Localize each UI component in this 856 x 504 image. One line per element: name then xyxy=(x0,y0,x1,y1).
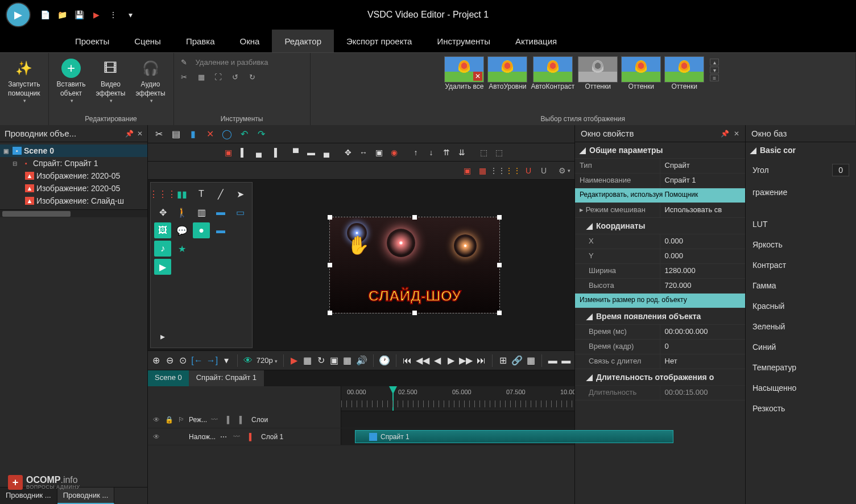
lock-track-icon[interactable]: 🔒 xyxy=(164,415,174,425)
align-2-icon[interactable]: ▄ xyxy=(252,146,266,159)
pin-icon[interactable]: 📌 xyxy=(125,130,134,138)
pointer-tool-icon[interactable]: ➤ xyxy=(231,186,249,202)
bp-angle[interactable]: Угол0 xyxy=(746,158,856,182)
loop-icon[interactable]: ↻ xyxy=(316,353,325,368)
actor-tool-icon[interactable]: 🚶 xyxy=(173,204,191,220)
tree-image-1[interactable]: ▲Изображение: 2020-05 xyxy=(0,182,147,195)
time-icon[interactable]: 🕐 xyxy=(379,353,390,368)
tl-dropdown-icon[interactable]: ▾ xyxy=(221,353,231,368)
tl-tab-scene[interactable]: Scene 0 xyxy=(148,370,189,386)
align-6-icon[interactable]: ▄ xyxy=(320,146,333,159)
prev-icon[interactable]: ◀◀ xyxy=(416,353,429,368)
chart-tool-icon[interactable]: ▮▮ xyxy=(173,186,191,202)
props-row-name[interactable]: НаименованиеСпрайт 1 xyxy=(575,173,745,188)
stop-icon[interactable]: ▦ xyxy=(303,353,312,368)
arrow-up-icon[interactable]: ↑ xyxy=(409,146,423,159)
collapse-tool-icon[interactable]: ▸ xyxy=(154,328,171,344)
grid-2-icon[interactable]: ⋮⋮ xyxy=(506,164,520,177)
bp-contrast[interactable]: Контраст xyxy=(746,255,856,275)
bubble-tool-icon[interactable]: 💬 xyxy=(173,222,191,238)
image-tool-icon[interactable]: 🖼 xyxy=(154,222,171,238)
props-row-link[interactable]: Связь с длителНет xyxy=(575,354,745,369)
bp-red[interactable]: Красный xyxy=(746,296,856,316)
align-5-icon[interactable]: ▬ xyxy=(304,146,318,159)
style-more-icon[interactable]: ≡ xyxy=(710,75,719,81)
zoom-in-icon[interactable]: ⊕ xyxy=(151,353,161,368)
props-row-time-frame[interactable]: Время (кадр)0 xyxy=(575,339,745,354)
gear-icon[interactable]: ⚙ xyxy=(557,164,571,177)
style-down-icon[interactable]: ▾ xyxy=(710,67,719,73)
props-row-width[interactable]: Ширина1280.000 xyxy=(575,263,745,278)
crop-tool-icon[interactable]: ⛶ xyxy=(213,71,224,82)
video-effects-button[interactable]: 🎞 Видео эффекты xyxy=(92,56,129,107)
app-logo[interactable] xyxy=(6,2,31,27)
resolution-label[interactable]: 720p xyxy=(257,356,278,365)
star-tool-icon[interactable]: ★ xyxy=(173,241,191,257)
menu-scenes[interactable]: Сцены xyxy=(122,30,173,52)
rotate-left-icon[interactable]: ↺ xyxy=(230,71,241,82)
menu-export[interactable]: Экспорт проекта xyxy=(334,30,424,52)
step-back-icon[interactable]: ◀ xyxy=(433,353,443,368)
bp-sharpness[interactable]: Резкость xyxy=(746,398,856,419)
line-tool-icon[interactable]: ╱ xyxy=(212,186,229,202)
props-row-time-ms[interactable]: Время (мс)00:00:00.000 xyxy=(575,324,745,339)
props-row-blend[interactable]: ▸ Режим смешиванИспользовать св xyxy=(575,203,745,217)
props-row-y[interactable]: Y0.000 xyxy=(575,249,745,263)
props-tool-icon[interactable]: ▦ xyxy=(196,71,207,82)
undo-icon[interactable]: ↶ xyxy=(237,127,251,142)
circle-icon[interactable]: ◯ xyxy=(220,127,234,142)
align-3-icon[interactable]: ▐ xyxy=(267,146,281,159)
rect2-tool-icon[interactable]: ▭ xyxy=(231,204,249,220)
qa-save-icon[interactable]: 💾 xyxy=(74,10,84,20)
bp-green[interactable]: Зеленый xyxy=(746,316,856,337)
wand-small-icon[interactable]: ✎ xyxy=(179,56,190,68)
first-icon[interactable]: ⏮ xyxy=(402,353,412,368)
scissors-icon[interactable]: ✂ xyxy=(151,127,166,142)
audio-tool-icon[interactable]: ♪ xyxy=(154,241,171,257)
barcode-tool-icon[interactable]: ▥ xyxy=(193,204,210,220)
style-autocontrast[interactable]: АвтоКонтраст xyxy=(531,56,574,90)
bracket-left-icon[interactable]: [← xyxy=(191,353,202,368)
bp-lut[interactable]: LUT xyxy=(746,214,856,234)
explorer-scrollbar[interactable] xyxy=(0,209,147,217)
menu-windows[interactable]: Окна xyxy=(228,30,272,52)
menu-activation[interactable]: Активация xyxy=(503,30,569,52)
play-tool-icon[interactable]: ▶ xyxy=(154,259,171,275)
eye-track-icon[interactable]: 👁 xyxy=(151,432,162,442)
wave-icon[interactable]: 〰 xyxy=(209,415,220,425)
arrow-bottom-icon[interactable]: ⇊ xyxy=(455,146,469,159)
bp-saturation[interactable]: Насыщенно xyxy=(746,378,856,398)
text-tool-icon[interactable]: T xyxy=(193,186,210,202)
menu-editor[interactable]: Редактор xyxy=(272,30,334,52)
last-icon[interactable]: ⏭ xyxy=(476,353,486,368)
u2-icon[interactable]: U xyxy=(537,164,551,177)
grid-1-icon[interactable]: ⋮⋮ xyxy=(491,164,504,177)
style-shades-3[interactable]: Оттенки xyxy=(664,56,704,90)
style-autolevels[interactable]: АвтоУровни xyxy=(487,56,527,90)
tree-sprite[interactable]: ⊟▪Спрайт: Спрайт 1 xyxy=(0,157,147,170)
zoom-out-icon[interactable]: ⊖ xyxy=(164,353,174,368)
next-icon[interactable]: ▶▶ xyxy=(459,353,473,368)
menu-projects[interactable]: Проекты xyxy=(63,30,122,52)
props-coords-head[interactable]: ◢Координаты xyxy=(575,218,745,234)
link-icon[interactable]: 🔗 xyxy=(511,353,523,368)
track-add-icon[interactable]: ▬ xyxy=(548,353,557,368)
snap-1-icon[interactable]: ▣ xyxy=(460,164,474,177)
layers-icon[interactable]: ▦ xyxy=(526,353,536,368)
bp-blue[interactable]: Синий xyxy=(746,337,856,357)
timeline-clip[interactable]: Спрайт 1 xyxy=(355,430,673,443)
props-row-x[interactable]: X0.000 xyxy=(575,234,745,249)
props-common-head[interactable]: ◢Общие параметры xyxy=(575,142,745,158)
arrow-top-icon[interactable]: ⇈ xyxy=(440,146,453,159)
menu-tools[interactable]: Инструменты xyxy=(424,30,503,52)
props-resize-parent[interactable]: Изменить размер по род. объекту xyxy=(575,293,745,308)
step-fwd-icon[interactable]: ▶ xyxy=(446,353,456,368)
ungroup-icon[interactable]: ⬚ xyxy=(492,146,506,159)
style-shades-2[interactable]: Оттенки xyxy=(621,56,661,90)
bracket-right-icon[interactable]: →] xyxy=(206,353,218,368)
props-row-height[interactable]: Высота720.000 xyxy=(575,278,745,293)
bp-brightness[interactable]: Яркость xyxy=(746,234,856,255)
props-edit-wizard[interactable]: Редактировать, используя Помощник xyxy=(575,188,745,203)
volume-icon[interactable]: 🔊 xyxy=(356,353,367,368)
qa-marker-icon[interactable]: ⋮ xyxy=(108,10,118,20)
